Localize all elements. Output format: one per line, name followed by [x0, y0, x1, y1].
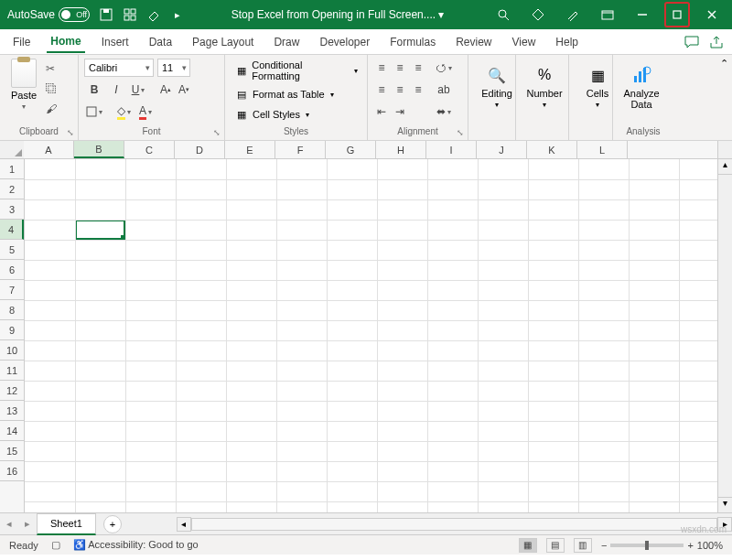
tab-data[interactable]: Data [145, 32, 176, 52]
tab-page-layout[interactable]: Page Layout [188, 32, 257, 52]
cut-icon[interactable]: ✂ [46, 62, 60, 77]
col-header-G[interactable]: G [326, 141, 376, 158]
bold-button[interactable]: B [84, 81, 104, 99]
number-button[interactable]: % Number▾ [522, 59, 567, 109]
row-header-14[interactable]: 14 [0, 421, 24, 441]
format-as-table-button[interactable]: ▤Format as Table▾ [231, 86, 361, 102]
col-header-L[interactable]: L [577, 141, 628, 158]
align-middle-icon[interactable]: ≡ [392, 59, 408, 77]
col-header-F[interactable]: F [275, 141, 326, 158]
col-header-B[interactable]: B [74, 141, 124, 158]
copy-icon[interactable]: ⿻ [46, 82, 60, 97]
tab-file[interactable]: File [9, 32, 34, 52]
row-header-3[interactable]: 3 [0, 199, 24, 220]
search-icon[interactable] [490, 2, 516, 27]
zoom-slider[interactable] [610, 544, 684, 547]
autosave-toggle[interactable]: AutoSave Off [7, 7, 90, 22]
increase-font-icon[interactable]: A▴ [157, 81, 174, 99]
row-header-1[interactable]: 1 [0, 159, 24, 179]
increase-indent-icon[interactable]: ⇥ [392, 102, 408, 121]
align-left-icon[interactable]: ≡ [373, 81, 390, 99]
align-right-icon[interactable]: ≡ [410, 81, 426, 99]
minimize-button[interactable] [630, 2, 655, 27]
borders-button[interactable] [84, 102, 104, 121]
decrease-font-icon[interactable]: A▾ [176, 81, 192, 99]
tab-draw[interactable]: Draw [270, 32, 303, 52]
merge-icon[interactable]: ⬌ [434, 102, 454, 121]
align-bottom-icon[interactable]: ≡ [410, 59, 426, 77]
horizontal-scrollbar[interactable]: ◂ ▸ [177, 517, 732, 532]
grid-icon[interactable] [123, 7, 137, 22]
row-header-15[interactable]: 15 [0, 441, 24, 461]
zoom-out-icon[interactable]: − [601, 540, 607, 551]
col-header-A[interactable]: A [24, 141, 74, 158]
macro-record-icon[interactable]: ▢ [51, 539, 60, 551]
font-color-button[interactable]: A [135, 102, 156, 121]
col-header-E[interactable]: E [225, 141, 275, 158]
editing-button[interactable]: 🔍 Editing▾ [474, 59, 520, 109]
tab-help[interactable]: Help [552, 32, 582, 52]
worksheet-grid[interactable]: 12345678910111213141516 [0, 159, 732, 512]
col-header-J[interactable]: J [477, 141, 527, 158]
active-cell[interactable] [75, 220, 125, 240]
accessibility-status[interactable]: ♿ Accessibility: Good to go [73, 539, 199, 551]
overflow-icon[interactable]: ▸ [170, 7, 185, 22]
scroll-left-icon[interactable]: ◂ [177, 517, 191, 532]
tab-review[interactable]: Review [452, 32, 495, 52]
dialog-launcher-icon[interactable]: ⤡ [211, 127, 222, 138]
eraser-icon[interactable] [146, 7, 161, 22]
analyze-data-button[interactable]: Analyze Data [619, 59, 664, 110]
comments-icon[interactable] [684, 36, 699, 48]
orientation-icon[interactable]: ⭯ [434, 59, 454, 77]
decrease-indent-icon[interactable]: ⇤ [373, 102, 390, 121]
diamond-icon[interactable] [525, 2, 551, 27]
sheet-tab-active[interactable]: Sheet1 [37, 513, 96, 535]
col-header-K[interactable]: K [527, 141, 577, 158]
font-size-select[interactable]: 11 [157, 59, 190, 77]
row-header-4[interactable]: 4 [0, 220, 24, 240]
row-header-13[interactable]: 13 [0, 401, 24, 421]
sheet-nav-prev-icon[interactable]: ◂ [0, 518, 18, 530]
vertical-scrollbar[interactable] [717, 159, 732, 512]
pen-icon[interactable] [560, 2, 586, 27]
zoom-level[interactable]: 100% [697, 540, 723, 551]
restore-button[interactable] [664, 2, 690, 27]
font-name-select[interactable]: Calibri [84, 59, 154, 77]
row-header-12[interactable]: 12 [0, 381, 24, 401]
sheet-nav-next-icon[interactable]: ▸ [18, 518, 37, 530]
tab-insert[interactable]: Insert [98, 32, 133, 52]
share-icon[interactable] [710, 36, 723, 48]
row-header-16[interactable]: 16 [0, 461, 24, 481]
page-break-view-icon[interactable]: ▥ [574, 538, 592, 553]
row-header-8[interactable]: 8 [0, 300, 24, 320]
row-header-5[interactable]: 5 [0, 240, 24, 260]
select-all-button[interactable] [0, 141, 24, 159]
row-header-6[interactable]: 6 [0, 260, 24, 280]
italic-button[interactable]: I [106, 81, 126, 99]
normal-view-icon[interactable]: ▦ [519, 538, 537, 553]
dialog-launcher-icon[interactable]: ⤡ [65, 127, 76, 138]
tab-home[interactable]: Home [47, 31, 84, 53]
close-button[interactable] [699, 2, 725, 27]
zoom-control[interactable]: − + 100% [601, 540, 723, 551]
col-header-I[interactable]: I [426, 141, 477, 158]
tab-view[interactable]: View [509, 32, 540, 52]
cell-styles-button[interactable]: ▦Cell Styles▾ [231, 106, 361, 123]
row-header-2[interactable]: 2 [0, 179, 24, 199]
conditional-formatting-button[interactable]: ▦Conditional Formatting▾ [231, 59, 361, 82]
align-top-icon[interactable]: ≡ [373, 59, 390, 77]
fill-color-button[interactable]: ◇ [113, 102, 134, 121]
save-icon[interactable] [99, 7, 113, 22]
row-header-7[interactable]: 7 [0, 280, 24, 300]
paste-button[interactable]: Paste ▾ [5, 59, 42, 117]
collapse-ribbon-icon[interactable]: ⌃ [716, 55, 732, 71]
row-header-9[interactable]: 9 [0, 320, 24, 340]
row-header-10[interactable]: 10 [0, 340, 24, 361]
toggle-off-icon[interactable]: Off [59, 7, 90, 22]
page-layout-view-icon[interactable]: ▤ [546, 538, 565, 553]
window-icon[interactable] [595, 2, 620, 27]
tab-developer[interactable]: Developer [316, 32, 373, 52]
dialog-launcher-icon[interactable]: ⤡ [455, 127, 466, 138]
document-title[interactable]: Stop Excel from Opening in Full Screen..… [185, 8, 490, 21]
underline-button[interactable]: U [128, 81, 148, 99]
